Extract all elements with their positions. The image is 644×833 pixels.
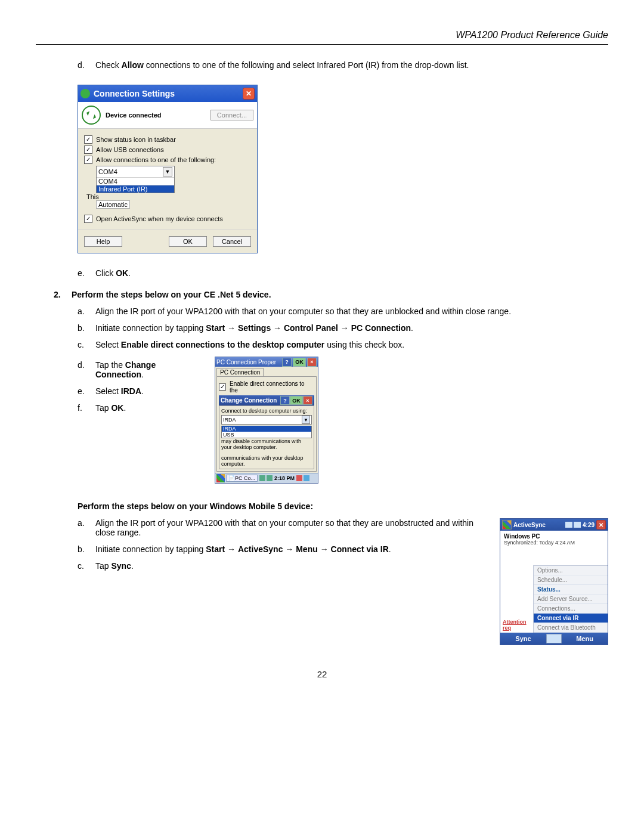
help-icon[interactable]: ? bbox=[282, 358, 292, 367]
arrow-icon: → bbox=[225, 323, 238, 333]
softkey-sync[interactable]: Sync bbox=[500, 635, 546, 642]
keyboard-icon[interactable] bbox=[546, 634, 562, 643]
open-activesync-row[interactable]: ✓ Open ActiveSync when my device connect… bbox=[84, 215, 251, 223]
s2b-marker: b. bbox=[78, 323, 95, 333]
close-icon[interactable]: ✕ bbox=[243, 88, 255, 100]
s2f-post: . bbox=[123, 403, 126, 413]
cc-title: Change Connection bbox=[221, 397, 277, 404]
side-auto: Automatic bbox=[96, 200, 130, 209]
menu-connect-ir[interactable]: Connect via IR bbox=[534, 614, 608, 623]
checkbox-icon[interactable]: ✓ bbox=[84, 156, 92, 164]
ok-button[interactable]: OK bbox=[169, 236, 207, 247]
port-combobox[interactable]: COM4 ▼ COM4 Infrared Port (IR) bbox=[96, 166, 175, 193]
step-2b: b. Initiate connection by tapping Start … bbox=[78, 323, 608, 333]
s2d-post: . bbox=[141, 370, 144, 379]
menu-schedule[interactable]: Schedule... bbox=[534, 575, 608, 585]
change-connection-titlebar: Change Connection ? OK × bbox=[219, 395, 314, 405]
step-e-bold: OK bbox=[116, 268, 128, 278]
sync-arrows-icon bbox=[82, 106, 101, 125]
cc-label: Connect to desktop computer using: bbox=[221, 408, 312, 414]
tray-icon bbox=[259, 475, 265, 481]
step-2a: a. Align the IR port of your WPA1200 wit… bbox=[78, 306, 608, 316]
pc-connection-tab[interactable]: PC Connection bbox=[216, 368, 264, 376]
win3-menu: Options... Schedule... Status... Add Ser… bbox=[533, 565, 608, 633]
cc-opt-irda[interactable]: IRDA bbox=[222, 426, 311, 432]
page-header: WPA1200 Product Reference Guide bbox=[36, 30, 608, 45]
close-icon[interactable]: × bbox=[303, 396, 312, 405]
cc-body: Connect to desktop computer using: IRDA … bbox=[219, 405, 314, 469]
start-flag-icon[interactable] bbox=[216, 474, 225, 482]
start-flag-icon[interactable] bbox=[502, 520, 512, 529]
s2f-pre: Tap bbox=[95, 403, 111, 413]
combo-opt-ir[interactable]: Infrared Port (IR) bbox=[97, 185, 174, 193]
win3-softkeys: Sync Menu bbox=[500, 633, 608, 645]
checkbox-icon[interactable]: ✓ bbox=[84, 135, 92, 144]
close-icon[interactable]: ✕ bbox=[596, 520, 606, 529]
step-e-post: . bbox=[128, 268, 131, 278]
keyboard-icon[interactable] bbox=[304, 475, 309, 481]
s3b-b4: Connect via IR bbox=[331, 544, 389, 554]
cc-dropdown-list: IRDA USB bbox=[221, 426, 312, 438]
clock-label: 4:29 bbox=[583, 522, 595, 528]
chk3-label: Allow connections to one of the followin… bbox=[96, 156, 216, 163]
arrow-icon: → bbox=[271, 323, 284, 333]
s2e-bold: IRDA bbox=[121, 386, 141, 396]
combo-selected: COM4 bbox=[98, 168, 117, 175]
chevron-down-icon[interactable]: ▼ bbox=[163, 167, 172, 176]
checkbox-icon[interactable]: ✓ bbox=[219, 383, 226, 391]
combo-opt-com4[interactable]: COM4 bbox=[97, 177, 174, 185]
help-button[interactable]: Help bbox=[84, 236, 122, 247]
status-band: Device connected Connect... bbox=[78, 102, 257, 129]
cc-opt-usb[interactable]: USB bbox=[222, 432, 311, 438]
allow-following-row[interactable]: ✓ Allow connections to one of the follow… bbox=[84, 156, 251, 164]
cc-combobox[interactable]: IRDA ▼ bbox=[221, 415, 312, 425]
win3-body: Windows PC Synchronized: Today 4:24 AM bbox=[500, 531, 608, 565]
s3c-post: . bbox=[131, 561, 134, 571]
tray-icon bbox=[267, 475, 273, 481]
cc-note2: communications with your desktop compute… bbox=[221, 455, 312, 467]
allow-usb-row[interactable]: ✓ Allow USB connections bbox=[84, 145, 251, 154]
window-titlebar: Connection Settings ✕ bbox=[78, 85, 257, 102]
signal-icon bbox=[565, 522, 572, 528]
s2e-post: . bbox=[141, 386, 144, 396]
signal-icon bbox=[574, 522, 581, 528]
menu-status[interactable]: Status... bbox=[534, 585, 608, 594]
s3b-b2: ActiveSync bbox=[238, 544, 283, 554]
show-status-row[interactable]: ✓ Show status icon in taskbar bbox=[84, 135, 251, 144]
step-2-heading: 2. Perform the steps below on your CE .N… bbox=[54, 290, 608, 299]
close-icon[interactable]: × bbox=[307, 358, 317, 367]
step-2c: c. Select Enable direct connections to t… bbox=[78, 340, 608, 349]
softkey-menu[interactable]: Menu bbox=[562, 635, 608, 642]
menu-add-server[interactable]: Add Server Source... bbox=[534, 594, 608, 604]
activesync-icon bbox=[80, 89, 90, 98]
s2b-body: Initiate connection by tapping Start → S… bbox=[95, 323, 608, 333]
checkbox-icon[interactable]: ✓ bbox=[84, 145, 92, 154]
step-e-pre: Click bbox=[95, 268, 116, 278]
s2a-text: Align the IR port of your WPA1200 with t… bbox=[95, 306, 608, 316]
step-2d: d. Tap the Change Connection. bbox=[78, 360, 203, 379]
chevron-down-icon[interactable]: ▼ bbox=[302, 416, 310, 424]
step-e: e. Click OK. bbox=[78, 268, 608, 278]
attention-link[interactable]: Attention req bbox=[500, 618, 533, 632]
win2-title: PC Connection Proper bbox=[216, 359, 276, 366]
s3a-text: Align the IR port of your WPA1200 with t… bbox=[95, 518, 493, 537]
s3c-pre: Tap bbox=[95, 561, 111, 571]
ok-button[interactable]: OK bbox=[293, 358, 306, 367]
step-d-marker: d. bbox=[78, 60, 95, 70]
menu-connect-bt[interactable]: Connect via Bluetooth bbox=[534, 623, 608, 633]
help-icon[interactable]: ? bbox=[280, 396, 290, 405]
cc-selected: IRDA bbox=[223, 417, 236, 423]
enable-direct-row[interactable]: ✓ Enable direct connections to the bbox=[219, 380, 314, 394]
checkbox-icon[interactable]: ✓ bbox=[84, 215, 92, 223]
s3b-b3: Menu bbox=[296, 544, 318, 554]
s2a-marker: a. bbox=[78, 306, 95, 316]
step-d-pre: Check bbox=[95, 60, 122, 70]
cancel-button[interactable]: Cancel bbox=[213, 236, 251, 247]
ok-button[interactable]: OK bbox=[290, 396, 303, 405]
taskbar-button[interactable]: 📄PC Co... bbox=[226, 475, 258, 482]
menu-options[interactable]: Options... bbox=[534, 566, 608, 575]
step-3b: b. Initiate connection by tapping Start … bbox=[78, 544, 493, 554]
connect-button[interactable]: Connect... bbox=[210, 110, 253, 120]
menu-connections[interactable]: Connections... bbox=[534, 604, 608, 614]
s2b-pre: Initiate connection by tapping bbox=[95, 323, 206, 333]
